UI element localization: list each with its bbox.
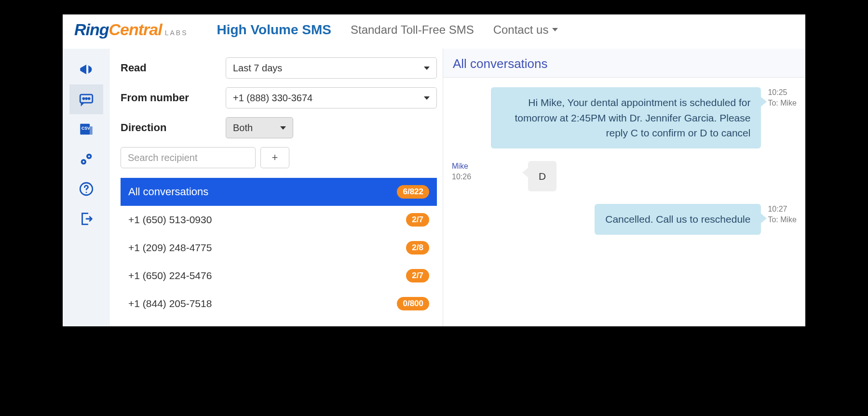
message-to: To: Mike (768, 215, 797, 225)
plus-icon: + (272, 151, 278, 164)
chat-panel: All conversations Hi Mike, Your dental a… (443, 49, 805, 326)
sidebar-conversations[interactable] (69, 84, 103, 114)
chevron-down-icon (424, 67, 430, 70)
svg-point-1 (83, 98, 84, 99)
chevron-down-icon (552, 28, 558, 31)
add-recipient-button[interactable]: + (260, 147, 289, 168)
message-time: 10:25 (768, 87, 797, 98)
conversation-number: +1 (650) 513-0930 (128, 214, 212, 226)
svg-text:CSV: CSV (81, 126, 90, 131)
conversation-row[interactable]: +1 (650) 224-5476 2/7 (121, 262, 437, 290)
sidebar-logout[interactable] (69, 204, 103, 234)
message-inbound: Mike 10:26 D (452, 161, 797, 192)
conversation-badge: 2/7 (406, 269, 429, 282)
svg-point-2 (86, 98, 87, 99)
nav-high-volume-sms[interactable]: High Volume SMS (217, 22, 332, 38)
nav-standard-tollfree-sms[interactable]: Standard Toll-Free SMS (351, 23, 474, 37)
svg-point-9 (88, 155, 90, 157)
logo-labs: LABS (165, 29, 188, 37)
message-bubble: Cancelled. Call us to reschedule (595, 204, 761, 235)
svg-point-7 (82, 161, 84, 163)
message-bubble: Hi Mike, Your dental appointment is sche… (491, 87, 761, 148)
message-time: 10:27 (768, 204, 797, 215)
conversation-number: +1 (844) 205-7518 (128, 298, 212, 309)
search-recipient-input[interactable] (121, 147, 256, 168)
message-meta: 10:25 To: Mike (768, 87, 797, 148)
message-to: To: Mike (768, 98, 797, 108)
conversation-badge: 0/800 (397, 297, 429, 310)
chevron-down-icon (424, 96, 430, 100)
nav-links: High Volume SMS Standard Toll-Free SMS C… (217, 22, 558, 38)
conversation-all-row[interactable]: All conversations 6/822 (121, 178, 437, 206)
conversation-all-label: All conversations (128, 186, 208, 198)
logout-icon (78, 211, 95, 227)
sidebar-announce[interactable] (69, 54, 103, 84)
chevron-down-icon (280, 126, 286, 130)
message-outbound: Cancelled. Call us to reschedule 10:27 T… (452, 204, 797, 235)
help-icon (78, 181, 95, 197)
logo-ring: Ring (74, 20, 109, 39)
direction-value: Both (233, 122, 253, 134)
from-number-dropdown[interactable]: +1 (888) 330-3674 (226, 87, 437, 108)
direction-label: Direction (121, 121, 217, 134)
csv-icon: CSV (78, 121, 95, 137)
brand-logo: RingCentral LABS (74, 20, 188, 39)
message-meta: 10:27 To: Mike (768, 204, 797, 235)
read-value: Last 7 days (233, 63, 282, 74)
message-sender: Mike (452, 161, 471, 172)
conversation-all-badge: 6/822 (397, 185, 429, 199)
topbar: RingCentral LABS High Volume SMS Standar… (63, 14, 805, 49)
logo-central: Central (109, 20, 162, 39)
svg-point-3 (88, 98, 90, 99)
message-outbound: Hi Mike, Your dental appointment is sche… (452, 87, 797, 148)
chat-icon (78, 91, 95, 107)
filter-panel: Read Last 7 days From number +1 (888) 33… (110, 49, 443, 326)
read-label: Read (121, 62, 217, 74)
conversation-row[interactable]: +1 (209) 248-4775 2/8 (121, 234, 437, 262)
conversation-number: +1 (650) 224-5476 (128, 270, 212, 282)
sidebar-export-csv[interactable]: CSV (69, 114, 103, 144)
nav-contact-us[interactable]: Contact us (493, 23, 558, 37)
from-number-value: +1 (888) 330-3674 (233, 93, 312, 104)
message-bubble: D (528, 161, 556, 192)
sidebar-settings[interactable] (69, 144, 103, 174)
message-time: 10:26 (452, 172, 471, 182)
gears-icon (78, 151, 95, 167)
nav-contact-us-label: Contact us (493, 23, 549, 37)
conversation-badge: 2/8 (406, 241, 429, 255)
sidebar: CSV (63, 49, 110, 326)
conversation-badge: 2/7 (406, 213, 429, 227)
chat-title: All conversations (443, 49, 805, 78)
megaphone-icon (78, 61, 95, 78)
app-window: RingCentral LABS High Volume SMS Standar… (63, 14, 805, 326)
conversation-row[interactable]: +1 (844) 205-7518 0/800 (121, 290, 437, 318)
chat-body: Hi Mike, Your dental appointment is sche… (443, 78, 805, 326)
workspace: CSV Read Last 7 days From number (63, 49, 805, 326)
sidebar-help[interactable] (69, 174, 103, 204)
message-meta: Mike 10:26 (452, 161, 471, 192)
conversation-row[interactable]: +1 (650) 513-0930 2/7 (121, 206, 437, 234)
read-dropdown[interactable]: Last 7 days (226, 57, 437, 79)
direction-dropdown[interactable]: Both (226, 117, 293, 138)
from-number-label: From number (121, 92, 217, 104)
svg-point-11 (86, 192, 87, 193)
conversation-number: +1 (209) 248-4775 (128, 242, 212, 254)
